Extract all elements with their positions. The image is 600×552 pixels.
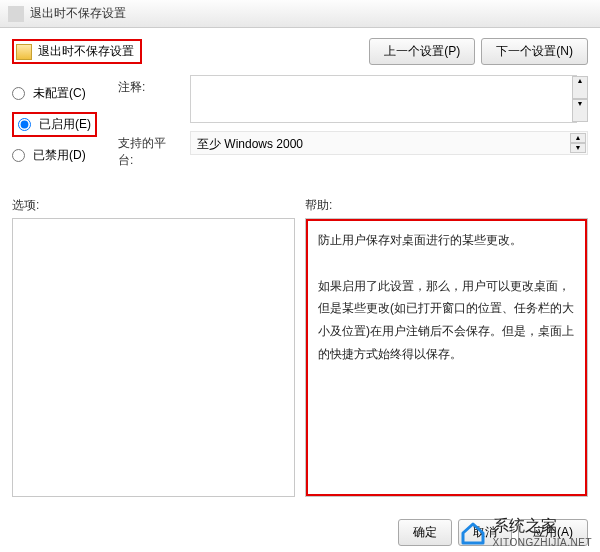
watermark-text: 系统之家 XITONGZHIJIA.NET xyxy=(493,516,593,548)
radio-disabled-input[interactable] xyxy=(12,149,25,162)
radio-enabled[interactable]: 已启用(E) xyxy=(18,116,91,133)
dialog-body: 退出时不保存设置 上一个设置(P) 下一个设置(N) 未配置(C) 已启用(E) xyxy=(0,28,600,552)
platform-spin-up[interactable]: ▲ xyxy=(570,133,586,143)
config-row: 未配置(C) 已启用(E) 已禁用(D) 注释: ▲ xyxy=(12,75,588,177)
window-titlebar: 退出时不保存设置 xyxy=(0,0,600,28)
panels-row: 选项: 帮助: 防止用户保存对桌面进行的某些更改。 如果启用了此设置，那么，用户… xyxy=(12,197,588,497)
options-label: 选项: xyxy=(12,197,295,214)
comment-spin-down[interactable]: ▼ xyxy=(572,99,588,122)
radio-not-configured-input[interactable] xyxy=(12,87,25,100)
comment-input[interactable] xyxy=(190,75,577,123)
platform-spin-down[interactable]: ▼ xyxy=(570,143,586,153)
next-setting-button[interactable]: 下一个设置(N) xyxy=(481,38,588,65)
platform-label: 支持的平台: xyxy=(118,131,178,169)
setting-name-box: 退出时不保存设置 xyxy=(12,39,142,64)
setting-name: 退出时不保存设置 xyxy=(38,43,134,60)
nav-buttons: 上一个设置(P) 下一个设置(N) xyxy=(369,38,588,65)
radio-not-configured[interactable]: 未配置(C) xyxy=(12,85,102,102)
prev-setting-button[interactable]: 上一个设置(P) xyxy=(369,38,475,65)
watermark: 系统之家 XITONGZHIJIA.NET xyxy=(459,516,593,548)
watermark-logo-icon xyxy=(459,519,487,545)
help-column: 帮助: 防止用户保存对桌面进行的某些更改。 如果启用了此设置，那么，用户可以更改… xyxy=(305,197,588,497)
help-box-outer: 防止用户保存对桌面进行的某些更改。 如果启用了此设置，那么，用户可以更改桌面，但… xyxy=(305,218,588,497)
radio-enabled-input[interactable] xyxy=(18,118,31,131)
help-label: 帮助: xyxy=(305,197,588,214)
comment-spin-up[interactable]: ▲ xyxy=(572,76,588,99)
ok-button[interactable]: 确定 xyxy=(398,519,452,546)
window-icon xyxy=(8,6,24,22)
top-row: 退出时不保存设置 上一个设置(P) 下一个设置(N) xyxy=(12,38,588,65)
options-box xyxy=(12,218,295,497)
radio-enabled-wrap: 已启用(E) xyxy=(12,112,102,137)
radio-disabled[interactable]: 已禁用(D) xyxy=(12,147,102,164)
setting-icon xyxy=(16,44,32,60)
help-paragraph-1: 防止用户保存对桌面进行的某些更改。 xyxy=(318,229,575,252)
window-title: 退出时不保存设置 xyxy=(30,5,126,22)
platform-row: 支持的平台: 至少 Windows 2000 ▲ ▼ xyxy=(118,131,588,169)
help-box: 防止用户保存对桌面进行的某些更改。 如果启用了此设置，那么，用户可以更改桌面，但… xyxy=(306,219,587,496)
platform-value: 至少 Windows 2000 ▲ ▼ xyxy=(190,131,588,155)
options-column: 选项: xyxy=(12,197,295,497)
comment-row: 注释: ▲ ▼ xyxy=(118,75,588,123)
radio-group: 未配置(C) 已启用(E) 已禁用(D) xyxy=(12,75,102,177)
right-column: 注释: ▲ ▼ 支持的平台: 至少 Windows 2000 ▲ ▼ xyxy=(118,75,588,177)
help-paragraph-2: 如果启用了此设置，那么，用户可以更改桌面，但是某些更改(如已打开窗口的位置、任务… xyxy=(318,275,575,366)
comment-label: 注释: xyxy=(118,75,178,96)
